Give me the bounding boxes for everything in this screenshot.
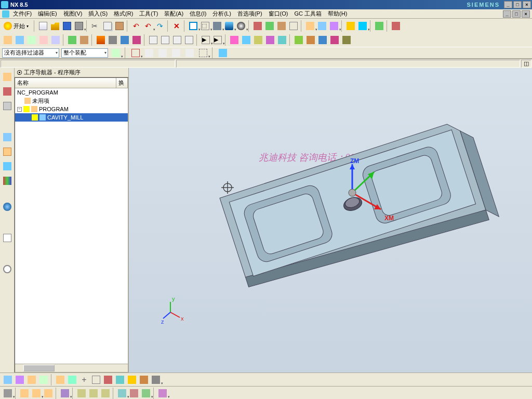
menu-analysis[interactable]: 分析(L) bbox=[210, 9, 233, 18]
snap-btn-k[interactable] bbox=[126, 374, 138, 385]
tb2-e[interactable]: ▶ bbox=[200, 34, 211, 46]
undo-list-button[interactable]: ↶ bbox=[142, 20, 154, 32]
wcs-button[interactable] bbox=[223, 20, 235, 32]
snap-btn-i[interactable] bbox=[102, 374, 114, 385]
col-name[interactable]: 名称 bbox=[15, 78, 116, 88]
view-btn-g[interactable] bbox=[88, 388, 99, 399]
resource-library[interactable] bbox=[1, 174, 14, 188]
tb2-m[interactable] bbox=[305, 34, 316, 46]
view-btn-c[interactable] bbox=[31, 388, 42, 399]
snap-btn-c[interactable] bbox=[26, 374, 37, 385]
selection-filter-combo[interactable]: 没有选择过滤器 bbox=[2, 48, 59, 58]
mdi-close-button[interactable]: × bbox=[522, 10, 530, 18]
navigator-hscroll[interactable] bbox=[15, 364, 128, 372]
filter-btn-f[interactable] bbox=[184, 47, 195, 59]
redo-button[interactable]: ↷ bbox=[154, 20, 166, 32]
save-button[interactable] bbox=[61, 20, 73, 32]
snap-btn-a[interactable] bbox=[2, 374, 14, 385]
menu-pref[interactable]: 首选项(P) bbox=[235, 9, 265, 18]
view-btn-k[interactable] bbox=[140, 388, 152, 399]
shop-doc-button[interactable] bbox=[131, 34, 142, 46]
snap-btn-j[interactable] bbox=[114, 374, 126, 385]
delete-button[interactable]: ✕ bbox=[171, 20, 182, 32]
snap-btn-g[interactable]: + bbox=[78, 374, 90, 385]
open-button[interactable] bbox=[49, 20, 61, 32]
fit-button[interactable]: ⬚ bbox=[200, 20, 211, 32]
menu-insert[interactable]: 插入(S) bbox=[86, 9, 110, 18]
create-operation-button[interactable] bbox=[50, 34, 61, 46]
resource-machine-nav[interactable] bbox=[1, 85, 14, 98]
replay-button[interactable] bbox=[78, 34, 90, 46]
resource-internet[interactable] bbox=[1, 200, 14, 214]
menu-window[interactable]: 窗口(O) bbox=[266, 9, 291, 18]
collapse-icon[interactable]: − bbox=[17, 107, 22, 112]
tb-btn-f[interactable] bbox=[316, 20, 328, 32]
filter-btn-a[interactable] bbox=[110, 47, 122, 59]
graphics-viewport[interactable]: 兆迪科技 咨询电话：010-82176248 bbox=[129, 68, 532, 373]
post-button[interactable] bbox=[119, 34, 130, 46]
tb-btn-c[interactable] bbox=[276, 20, 287, 32]
view-btn-f[interactable] bbox=[76, 388, 87, 399]
resource-part-nav[interactable] bbox=[1, 99, 14, 113]
tree-row-root[interactable]: NC_PROGRAM bbox=[15, 88, 128, 97]
snap-btn-e[interactable] bbox=[55, 374, 66, 385]
print-button[interactable] bbox=[73, 20, 85, 32]
resource-assembly-nav[interactable] bbox=[1, 130, 14, 144]
tb-btn-g[interactable] bbox=[328, 20, 340, 32]
menu-format[interactable]: 格式(R) bbox=[111, 9, 136, 18]
view-btn-a[interactable] bbox=[2, 388, 14, 399]
col-change[interactable]: 换 bbox=[116, 78, 128, 88]
snap-btn-f[interactable] bbox=[66, 374, 78, 385]
tb-btn-d[interactable] bbox=[288, 20, 299, 32]
start-button[interactable]: 开始 ▾ bbox=[2, 20, 32, 32]
view-btn-l[interactable] bbox=[157, 388, 168, 399]
simulate-button[interactable] bbox=[107, 34, 118, 46]
tb2-d[interactable] bbox=[183, 34, 195, 46]
view-btn-e[interactable] bbox=[59, 388, 71, 399]
generate-button[interactable] bbox=[66, 34, 78, 46]
view-btn-d[interactable] bbox=[43, 388, 54, 399]
create-program-button[interactable] bbox=[2, 34, 14, 46]
snap-btn-m[interactable] bbox=[150, 374, 162, 385]
snap-btn-h[interactable] bbox=[90, 374, 102, 385]
tb2-j[interactable] bbox=[264, 34, 276, 46]
resource-constraint-nav[interactable] bbox=[1, 145, 14, 158]
filter-btn-g[interactable] bbox=[197, 47, 209, 59]
resource-clock[interactable] bbox=[1, 262, 14, 276]
tb-btn-e[interactable] bbox=[304, 20, 316, 32]
cut-button[interactable]: ✂ bbox=[90, 20, 101, 32]
menu-edit[interactable]: 编辑(E) bbox=[35, 9, 60, 18]
resource-reuse[interactable] bbox=[1, 159, 14, 173]
tb2-c[interactable] bbox=[171, 34, 183, 46]
tree-row-program[interactable]: − PROGRAM bbox=[15, 105, 128, 113]
view-btn-b[interactable] bbox=[19, 388, 30, 399]
minimize-button[interactable]: _ bbox=[504, 1, 512, 8]
tb2-f[interactable]: ▶ bbox=[212, 34, 223, 46]
snap-btn-d[interactable] bbox=[38, 374, 49, 385]
menu-help[interactable]: 帮助(H) bbox=[325, 9, 350, 18]
tb-btn-h[interactable] bbox=[345, 20, 356, 32]
maximize-button[interactable]: □ bbox=[513, 1, 522, 8]
tb2-l[interactable] bbox=[293, 34, 304, 46]
filter-btn-c[interactable] bbox=[143, 47, 155, 59]
tb-btn-k[interactable] bbox=[390, 20, 402, 32]
create-method-button[interactable] bbox=[38, 34, 49, 46]
selection-scope-combo[interactable]: 整个装配 bbox=[61, 48, 108, 58]
tree-row-cavity-mill[interactable]: CAVITY_MILL bbox=[15, 113, 128, 122]
copy-button[interactable] bbox=[102, 20, 113, 32]
menu-assemblies[interactable]: 装配(A) bbox=[162, 9, 186, 18]
scroll-thumb[interactable] bbox=[23, 365, 55, 371]
pin-icon[interactable]: ⦿ bbox=[17, 70, 22, 76]
close-button[interactable]: × bbox=[523, 1, 531, 8]
tree-row-unused[interactable]: 未用项 bbox=[15, 97, 128, 105]
menu-tools[interactable]: 工具(T) bbox=[137, 9, 161, 18]
view-btn-j[interactable] bbox=[128, 388, 140, 399]
tb2-a[interactable] bbox=[148, 34, 159, 46]
create-geometry-button[interactable] bbox=[26, 34, 37, 46]
navigator-tree[interactable]: 名称 换 NC_PROGRAM 未用项 − PROGRAM CAV bbox=[15, 77, 128, 373]
view-btn-h[interactable] bbox=[100, 388, 111, 399]
paste-button[interactable] bbox=[114, 20, 125, 32]
menu-file[interactable]: 文件(F) bbox=[10, 9, 34, 18]
tb2-p[interactable] bbox=[341, 34, 352, 46]
snap-btn-l[interactable] bbox=[138, 374, 150, 385]
